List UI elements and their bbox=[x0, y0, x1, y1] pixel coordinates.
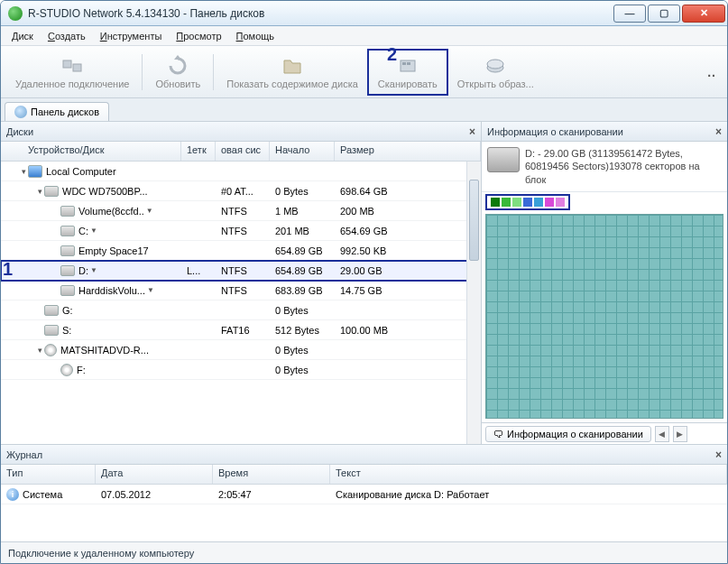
jcol-time[interactable]: Время bbox=[213, 465, 330, 484]
table-row[interactable]: G:0 Bytes bbox=[1, 300, 481, 320]
chevron-down-icon[interactable]: ▼ bbox=[90, 227, 97, 235]
cell-c3: 0 Bytes bbox=[270, 365, 335, 375]
svg-point-6 bbox=[487, 60, 503, 69]
row-name: D: bbox=[78, 265, 88, 276]
table-row[interactable]: C:▼NTFS201 MB654.69 GB bbox=[1, 221, 481, 241]
table-row[interactable]: ▾WDC WD7500BP...#0 AT...0 Bytes698.64 GB bbox=[1, 181, 481, 201]
col-fs[interactable]: овая сис bbox=[216, 142, 270, 161]
tab-nav-left[interactable]: ◀ bbox=[655, 426, 669, 442]
scan-info-tab-label: Информация о сканировании bbox=[507, 429, 643, 439]
table-row[interactable]: Volume(8ccfd..▼NTFS1 MB200 MB bbox=[1, 201, 481, 221]
col-size[interactable]: Размер bbox=[335, 142, 481, 161]
table-row[interactable]: D:▼L...NTFS654.89 GB29.00 GB bbox=[1, 261, 481, 281]
journal-date: 07.05.2012 bbox=[96, 489, 213, 500]
journal-time: 2:05:47 bbox=[213, 489, 330, 500]
scan-map[interactable] bbox=[485, 214, 723, 419]
table-row[interactable]: ▾Local Computer bbox=[1, 162, 481, 181]
cell-c2: NTFS bbox=[216, 206, 270, 217]
toolbar-overflow[interactable]: .. bbox=[707, 65, 722, 79]
row-name: C: bbox=[78, 226, 88, 236]
col-device[interactable]: Устройство/Диск bbox=[1, 142, 181, 161]
main-area: Диски × Устройство/Диск 1етк овая сис На… bbox=[1, 122, 727, 541]
scan-info-tab-button[interactable]: 🗨 Информация о сканировании bbox=[485, 426, 651, 442]
jcol-type[interactable]: Тип bbox=[1, 465, 96, 484]
tb-scan[interactable]: Сканировать bbox=[367, 49, 448, 96]
dvd-icon bbox=[44, 344, 57, 356]
chevron-down-icon[interactable]: ▼ bbox=[147, 286, 154, 294]
disk-panel-icon bbox=[14, 106, 27, 118]
table-row[interactable]: HarddiskVolu...▼NTFS683.89 GB14.75 GB bbox=[1, 281, 481, 300]
col-label[interactable]: 1етк bbox=[181, 142, 216, 161]
tb-show-contents[interactable]: Показать содержимое диска bbox=[217, 49, 367, 96]
row-name: F: bbox=[77, 365, 86, 375]
tab-label: Панель дисков bbox=[31, 106, 99, 117]
chevron-down-icon[interactable]: ▼ bbox=[90, 266, 97, 274]
tb-remote-connect[interactable]: Удаленное подключение bbox=[6, 49, 138, 96]
col-start[interactable]: Начало bbox=[270, 142, 335, 161]
horizontal-split: Диски × Устройство/Диск 1етк овая сис На… bbox=[1, 122, 727, 444]
cell-c3: 654.89 GB bbox=[270, 265, 335, 276]
table-row[interactable]: S:FAT16512 Bytes100.00 MB bbox=[1, 320, 481, 340]
row-name: MATSHITADVD-R... bbox=[60, 345, 149, 356]
jcol-text[interactable]: Текст bbox=[330, 465, 727, 484]
maximize-button[interactable]: ▢ bbox=[648, 5, 680, 23]
close-button[interactable]: ✕ bbox=[682, 5, 725, 23]
cell-c4: 14.75 GB bbox=[335, 285, 481, 296]
tb-open-image-label: Открыть образ... bbox=[457, 79, 534, 89]
disk-icon bbox=[44, 305, 59, 316]
journal-close[interactable]: × bbox=[715, 448, 722, 461]
window-buttons: — ▢ ✕ bbox=[612, 5, 725, 23]
refresh-icon bbox=[167, 55, 189, 77]
table-row[interactable]: F:0 Bytes bbox=[1, 360, 481, 380]
journal-row[interactable]: iСистема07.05.20122:05:47Сканирование ди… bbox=[1, 485, 727, 504]
menu-create[interactable]: Создать bbox=[41, 29, 93, 43]
vertical-scrollbar[interactable] bbox=[466, 162, 481, 444]
menu-tools[interactable]: Инструменты bbox=[93, 29, 170, 43]
menu-disk[interactable]: Диск bbox=[5, 29, 41, 43]
table-row[interactable]: Empty Space17654.89 GB992.50 KB bbox=[1, 241, 481, 261]
tb-scan-label: Сканировать bbox=[378, 79, 438, 89]
scan-summary-text: D: - 29.00 GB (31139561472 Bytes, 608194… bbox=[525, 147, 722, 186]
tb-refresh[interactable]: Обновить bbox=[146, 49, 209, 96]
svg-rect-1 bbox=[73, 64, 81, 71]
legend-swatch bbox=[545, 198, 554, 207]
comp-icon bbox=[28, 165, 42, 178]
disk-icon bbox=[44, 186, 59, 197]
tb-open-image[interactable]: Открыть образ... bbox=[448, 49, 543, 96]
disks-panel-close[interactable]: × bbox=[469, 125, 475, 138]
grid-body: 1 ▾Local Computer▾WDC WD7500BP...#0 AT..… bbox=[1, 162, 481, 444]
table-row[interactable]: ▾MATSHITADVD-R...0 Bytes bbox=[1, 340, 481, 360]
tree-expander[interactable]: ▾ bbox=[35, 346, 44, 355]
tb-remote-label: Удаленное подключение bbox=[15, 79, 129, 89]
toolbar-sep bbox=[213, 54, 214, 90]
scan-info-close[interactable]: × bbox=[715, 125, 722, 138]
cell-c3: 0 Bytes bbox=[270, 186, 335, 197]
row-name: Empty Space17 bbox=[78, 245, 149, 256]
cell-c4: 29.00 GB bbox=[335, 265, 481, 276]
menu-help[interactable]: Помощь bbox=[229, 29, 282, 43]
menu-view[interactable]: Просмотр bbox=[169, 29, 228, 43]
minimize-button[interactable]: — bbox=[613, 5, 646, 23]
disks-panel-header: Диски × bbox=[1, 122, 481, 142]
scan-info-title: Информация о сканировании bbox=[487, 126, 623, 137]
remote-icon bbox=[61, 55, 83, 77]
open-image-icon bbox=[484, 55, 506, 77]
chevron-down-icon[interactable]: ▼ bbox=[146, 207, 153, 215]
tab-nav-right[interactable]: ▶ bbox=[673, 426, 687, 442]
cell-c3: 201 MB bbox=[270, 226, 335, 236]
cell-c3: 654.89 GB bbox=[270, 245, 335, 256]
cell-c2: NTFS bbox=[216, 265, 270, 276]
jcol-date[interactable]: Дата bbox=[96, 465, 213, 484]
tb-refresh-label: Обновить bbox=[155, 79, 200, 89]
cell-c4: 992.50 KB bbox=[335, 245, 481, 256]
journal-grid-header: Тип Дата Время Текст bbox=[1, 465, 727, 485]
tree-expander[interactable]: ▾ bbox=[19, 167, 28, 176]
tab-disk-panel[interactable]: Панель дисков bbox=[5, 102, 109, 121]
row-name: WDC WD7500BP... bbox=[62, 186, 148, 197]
tree-expander[interactable]: ▾ bbox=[35, 187, 44, 196]
journal-title: Журнал bbox=[6, 449, 42, 460]
dvd-icon bbox=[60, 364, 73, 376]
grid-header: Устройство/Диск 1етк овая сис Начало Раз… bbox=[1, 142, 481, 162]
scroll-thumb[interactable] bbox=[469, 180, 479, 261]
legend-swatch bbox=[512, 198, 521, 207]
